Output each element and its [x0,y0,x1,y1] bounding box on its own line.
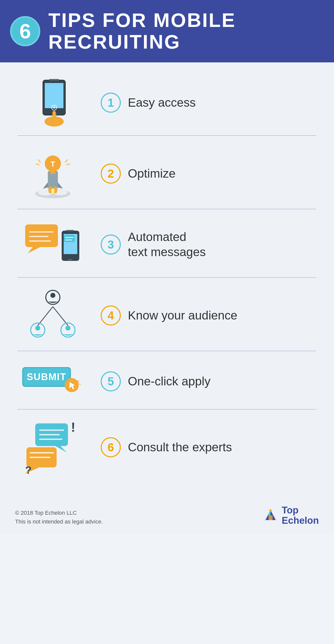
svg-rect-1 [45,83,63,108]
header-number-circle: 6 [10,16,40,46]
tip-text-4: Know your audience [128,308,237,323]
tip-number-circle-1: 1 [101,93,121,113]
svg-rect-2 [49,79,59,80]
tip-row-6: ! ? 6 Consult the experts [15,410,319,482]
tip-icon-area-2: T [15,146,91,201]
network-people-icon [23,288,83,343]
submit-button-icon: SUBMIT [20,361,86,401]
svg-rect-19 [50,170,55,174]
tip-number-2: 2 [107,167,114,180]
chat-phone-icon [23,219,83,270]
tip-number-circle-3: 3 [101,234,121,255]
svg-point-8 [53,107,55,109]
copyright-line2: This is not intended as legal advice. [15,518,103,525]
tip-number-5: 5 [107,375,114,388]
svg-line-37 [38,307,53,326]
tip-number-6: 6 [107,440,114,454]
tip-icon-area-4 [15,288,91,343]
svg-point-44 [65,326,70,331]
tip-text-3: Automated text messages [128,229,206,260]
svg-text:SUBMIT: SUBMIT [27,372,66,382]
tip-text-6: Consult the experts [128,440,232,455]
brand-line2: Echelon [282,515,319,526]
tip-number-1: 1 [107,96,114,109]
tip-icon-area-1 [15,77,91,128]
svg-line-23 [65,160,67,162]
tip-label-area-5: 5 One-click apply [91,371,319,391]
copyright-line1: © 2018 Top Echelon LLC [15,510,77,516]
tip-label-area-1: 1 Easy access [91,93,319,113]
tip-number-3: 3 [107,238,114,251]
tip-label-area-3: 3 Automated text messages [91,229,319,260]
tip-icon-area-6: ! ? [15,420,91,475]
svg-text:!: ! [71,420,75,434]
brand-logo: Top Echelon [263,505,319,526]
footer: © 2018 Top Echelon LLC This is not inten… [0,498,334,534]
svg-rect-32 [66,230,74,231]
svg-marker-53 [55,446,67,452]
svg-point-40 [50,293,55,298]
tip-number-circle-2: 2 [101,164,121,184]
header-section: 6 TIPS FOR MOBILE RECRUITING [0,0,334,62]
svg-marker-17 [58,182,63,189]
tip-icon-area-5: SUBMIT [15,361,91,401]
svg-marker-66 [269,515,273,520]
tip-row-4: 4 Know your audience [15,278,319,351]
tip-row-1: 1 Easy access [15,67,319,135]
phone-hand-icon [25,77,81,128]
bulb-rocket-icon: T [25,146,81,201]
svg-point-6 [52,111,56,114]
svg-marker-16 [43,182,48,189]
content-area: 1 Easy access [0,62,334,493]
tip-row-2: T 2 Optimize [15,136,319,209]
infographic: 6 TIPS FOR MOBILE RECRUITING [0,0,334,534]
top-echelon-logo-icon [263,508,278,523]
tip-text-1: Easy access [128,95,196,110]
svg-line-24 [67,164,69,165]
brand-line1: Top [282,505,319,516]
tip-number-circle-4: 4 [101,305,121,326]
header-title: TIPS FOR MOBILE RECRUITING [48,10,321,53]
tip-number-circle-6: 6 [101,437,121,457]
svg-line-22 [36,164,39,165]
svg-text:?: ? [25,464,32,475]
svg-line-38 [53,307,68,326]
tip-label-area-2: 2 Optimize [91,164,319,184]
tip-number-circle-5: 5 [101,371,121,391]
svg-point-42 [35,326,40,331]
brand-name: Top Echelon [282,505,319,526]
svg-rect-33 [68,259,72,260]
tip-icon-area-3 [15,219,91,270]
chat-consult-icon: ! ? [23,420,83,475]
copyright-text: © 2018 Top Echelon LLC This is not inten… [15,508,103,526]
svg-point-15 [51,188,54,193]
header-number: 6 [19,21,31,42]
svg-marker-26 [28,247,40,253]
tip-label-area-6: 6 Consult the experts [91,437,319,457]
tip-label-area-4: 4 Know your audience [91,305,319,326]
svg-point-51 [79,384,81,385]
tip-text-5: One-click apply [128,374,210,389]
tip-text-2: Optimize [128,166,175,181]
svg-line-21 [38,160,40,162]
tip-row-5: SUBMIT 5 One-click apply [15,351,319,409]
svg-text:T: T [51,160,55,168]
svg-point-50 [77,380,79,382]
tip-row-3: 3 Automated text messages [15,209,319,277]
tip-number-4: 4 [107,309,114,322]
svg-rect-34 [64,235,75,242]
svg-rect-25 [25,224,58,247]
